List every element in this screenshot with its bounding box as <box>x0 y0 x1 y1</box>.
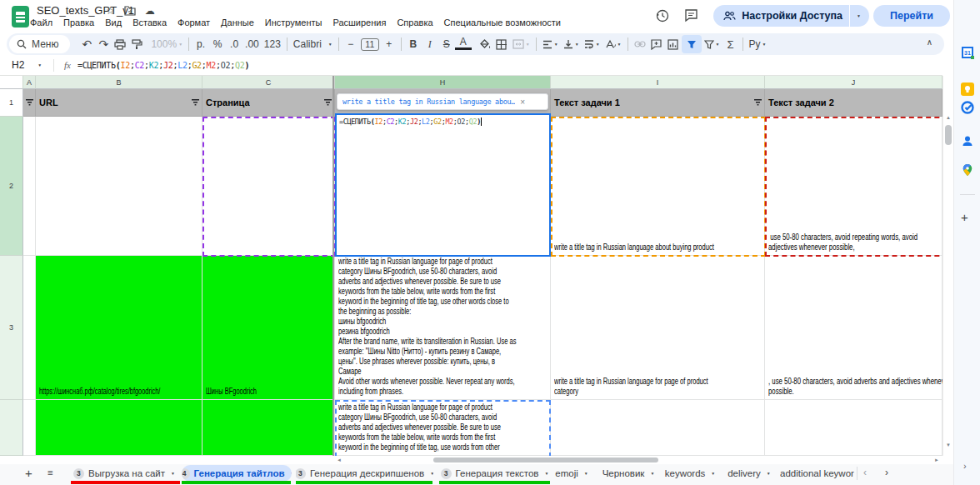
sheet-tab-2-active[interactable]: 4 Генерация тайтлов ▼ <box>182 465 292 482</box>
row-header-3[interactable]: 3 <box>0 256 23 400</box>
tabs-scroll-right-icon[interactable]: › <box>885 467 888 478</box>
filter-icon[interactable] <box>324 98 332 106</box>
tab-menu-icon[interactable]: ▼ <box>291 471 292 476</box>
font-size-input[interactable]: 11 <box>361 38 379 51</box>
col-header-b[interactable]: B <box>36 76 202 89</box>
create-filter-button[interactable] <box>682 35 702 53</box>
vertical-align-button[interactable]: ▼ <box>561 35 582 53</box>
italic-button[interactable]: I <box>422 35 438 53</box>
sheet-tab-3[interactable]: 3 Генерация дескрипшенов ▼ <box>296 465 433 482</box>
vertical-scrollbar-thumb[interactable] <box>945 125 952 145</box>
filter-icon[interactable] <box>26 98 33 106</box>
cell-i4[interactable] <box>551 400 765 456</box>
menu-item[interactable]: Расширения <box>332 18 386 28</box>
menu-item[interactable]: Формат <box>178 18 210 28</box>
cell-c4[interactable] <box>202 400 335 456</box>
menu-item[interactable]: Специальные возможности <box>444 18 561 28</box>
star-icon[interactable]: ☆ <box>106 5 115 17</box>
tab-menu-icon[interactable]: ▼ <box>430 471 433 476</box>
cell-j4[interactable] <box>765 400 942 456</box>
cell-a1[interactable] <box>23 89 36 117</box>
scroll-up-icon[interactable]: ▲ <box>946 115 951 120</box>
bold-button[interactable]: B <box>405 35 422 53</box>
sheet-tab-4[interactable]: 3 Генерация текстов ▼ <box>439 465 550 482</box>
cell-b2[interactable] <box>36 117 202 256</box>
insert-link-button[interactable] <box>632 35 648 53</box>
sheet-tab-1[interactable]: 3 Выгрузка на сайт ▼ <box>71 465 178 482</box>
horizontal-scrollbar[interactable]: ◄ ► <box>335 456 942 464</box>
increase-font-size-button[interactable]: + <box>381 35 398 53</box>
calendar-icon[interactable]: 31 <box>961 46 974 59</box>
frozen-columns-divider[interactable] <box>332 76 334 456</box>
menu-item[interactable]: Правка <box>63 18 94 28</box>
horizontal-align-button[interactable]: ▼ <box>540 35 561 53</box>
cell-c1[interactable]: Страница <box>202 89 335 117</box>
row-header-2[interactable]: 2 <box>0 117 23 256</box>
text-color-button[interactable]: A <box>455 38 472 50</box>
all-sheets-button[interactable]: ≡ <box>48 468 53 478</box>
corner-header[interactable] <box>0 76 23 89</box>
tasks-icon[interactable] <box>961 101 974 114</box>
col-header-c[interactable]: C <box>202 76 335 89</box>
text-wrap-button[interactable]: ▼ <box>582 35 602 53</box>
header-edit-chip[interactable]: write a title tag in Russian language ab… <box>337 93 548 110</box>
cell-editor-h2[interactable]: =СЦЕПИТЬ(I2;C2;K2;J2;L2;G2;M2;O2;Q2) <box>335 113 551 257</box>
sheet-tab-6[interactable]: Черновик▼ <box>598 465 658 482</box>
zoom-select[interactable]: 100%▼ <box>148 35 185 53</box>
text-rotate-button[interactable]: ▼ <box>602 35 624 53</box>
cell-i1[interactable]: Текст задачи 1 <box>551 89 765 117</box>
tab-menu-icon[interactable]: ▼ <box>584 471 588 476</box>
share-button[interactable]: Настройки Доступа ▼ <box>713 5 869 27</box>
cloud-status-icon[interactable]: ☁ <box>145 5 155 17</box>
format-currency-button[interactable]: р. <box>192 35 209 53</box>
sheet-tab-9[interactable]: additional keywor <box>780 465 855 482</box>
close-icon[interactable]: × <box>520 98 525 107</box>
cell-a3[interactable] <box>23 256 36 400</box>
paint-format-button[interactable] <box>128 35 145 53</box>
name-box[interactable]: H2▼ <box>0 59 48 71</box>
format-percent-button[interactable]: % <box>209 35 226 53</box>
borders-button[interactable] <box>493 35 510 53</box>
menu-item[interactable]: Данные <box>221 18 254 28</box>
sheet-tab-7[interactable]: keywords▼ <box>661 465 719 482</box>
tab-menu-icon[interactable]: ▼ <box>767 471 771 476</box>
tabs-scroll-left-icon[interactable]: ‹ <box>863 467 867 478</box>
contacts-icon[interactable] <box>961 134 974 148</box>
cell-j1[interactable]: Текст задачи 2 <box>765 89 942 117</box>
input-tools-button[interactable]: Ру▼ <box>747 35 769 53</box>
row-header-1[interactable]: 1 <box>0 89 23 117</box>
strikethrough-button[interactable]: S <box>438 35 455 53</box>
sidebar-add-icon[interactable]: + <box>961 210 968 224</box>
go-button[interactable]: Перейти <box>873 5 950 27</box>
col-header-j[interactable]: J <box>765 76 942 89</box>
move-folder-icon[interactable] <box>124 6 136 16</box>
col-header-h[interactable]: H <box>335 76 551 89</box>
tab-menu-icon[interactable]: ▼ <box>171 471 175 476</box>
menu-item[interactable]: Вид <box>105 18 122 28</box>
keep-icon[interactable] <box>961 82 974 96</box>
insert-comment-button[interactable] <box>648 35 665 53</box>
print-button[interactable] <box>112 35 128 53</box>
scroll-right-icon[interactable]: ► <box>934 458 939 462</box>
menu-item[interactable]: Инструменты <box>265 18 322 28</box>
more-formats-button[interactable]: 123 <box>262 35 283 53</box>
decrease-decimals-button[interactable]: .0 <box>226 35 242 53</box>
sheet-tab-8[interactable]: delivery▼ <box>722 465 777 482</box>
menu-item[interactable]: Справка <box>397 18 432 28</box>
formula-input[interactable]: =СЦЕПИТЬ(I2;C2;K2;J2;L2;G2;M2;O2;Q2) <box>78 61 249 70</box>
row-header-4[interactable] <box>0 400 23 456</box>
cell-c2[interactable] <box>202 117 335 256</box>
merge-cells-button[interactable]: ▼ <box>510 35 532 53</box>
tab-menu-icon[interactable]: ▼ <box>544 471 548 476</box>
version-history-icon[interactable] <box>655 8 670 23</box>
insert-chart-button[interactable] <box>665 35 682 53</box>
horizontal-scrollbar-thumb[interactable] <box>433 458 658 462</box>
sidebar-collapse-icon[interactable]: › <box>963 461 967 471</box>
font-select[interactable]: Calibri▼ <box>291 35 335 53</box>
menu-item[interactable]: Вставка <box>132 18 167 28</box>
collapse-toolbar-icon[interactable]: ∧ <box>927 38 932 47</box>
cell-a2[interactable] <box>23 117 36 256</box>
add-sheet-button[interactable]: + <box>25 466 32 480</box>
filter-icon[interactable] <box>754 98 762 106</box>
filter-icon[interactable] <box>192 98 199 106</box>
